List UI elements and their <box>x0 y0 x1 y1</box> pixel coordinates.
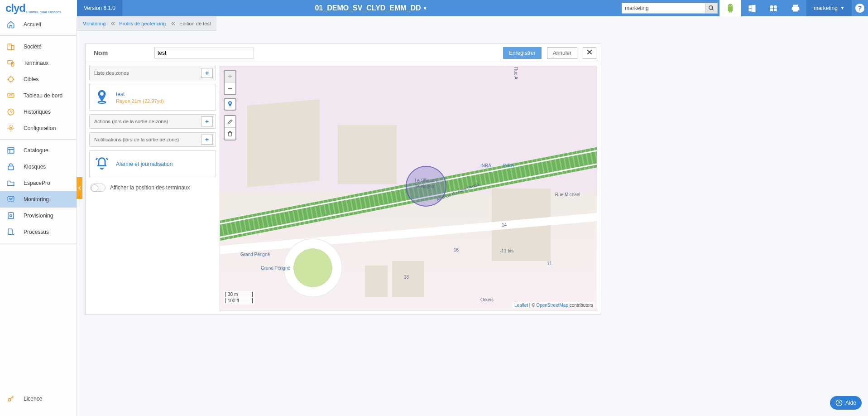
sidebar-item-catalogue[interactable]: Catalogue <box>0 142 77 159</box>
search-input[interactable] <box>622 3 705 14</box>
add-action-button[interactable]: + <box>201 116 213 126</box>
process-icon <box>6 227 15 237</box>
section-title: Liste des zones <box>94 70 129 76</box>
map-building <box>392 261 424 297</box>
search-button[interactable] <box>705 3 718 14</box>
section-title: Notifications (lors de la sortie de zone… <box>94 137 179 142</box>
chevron-down-icon: ▼ <box>840 6 844 10</box>
svg-rect-24 <box>8 197 14 201</box>
svg-point-26 <box>10 215 12 217</box>
sidebar-item-label: Provisioning <box>24 213 53 219</box>
help-label: Aide <box>845 400 856 406</box>
sidebar-item-label: Monitoring <box>24 196 49 203</box>
map-edit-shape-button[interactable] <box>225 116 235 128</box>
help-button[interactable]: ? <box>852 0 868 16</box>
map-edit-control <box>224 115 236 140</box>
sidebar-item-kiosques[interactable]: Kiosques <box>0 159 77 175</box>
actions-section-header: Actions (lors de la sortie de zone) + <box>89 114 216 129</box>
map-place-pin-button[interactable] <box>224 98 236 111</box>
logo: clyd ControL Your Devices <box>0 0 77 16</box>
show-positions-toggle[interactable] <box>90 184 106 192</box>
map-scale: 30 m 100 ft <box>224 291 254 305</box>
breadcrumb: Monitoring Profils de geofencing Edition… <box>77 16 216 31</box>
sidebar-item-cibles[interactable]: Cibles <box>0 71 77 87</box>
platform-windows-legacy-button[interactable] <box>763 0 785 16</box>
platform-windows-button[interactable] <box>741 0 763 16</box>
project-selector[interactable]: 01_DEMO_SV_CLYD_EMM_DD ▼ <box>122 0 620 16</box>
sidebar-item-espacepro[interactable]: EspacePro <box>0 175 77 191</box>
field-label-nom: Nom <box>90 49 149 57</box>
svg-point-2 <box>729 5 729 6</box>
svg-point-3 <box>731 5 732 6</box>
zones-section-header: Liste des zones + <box>89 66 216 80</box>
search-icon <box>708 5 715 11</box>
notification-card[interactable]: Alarme et journalisation <box>89 150 216 177</box>
zone-card[interactable]: test Rayon 21m (22.97yd) <box>89 84 216 111</box>
sidebar-item-societe[interactable]: Société <box>0 39 77 55</box>
breadcrumb-link-profils[interactable]: Profils de geofencing <box>119 21 166 26</box>
notification-label[interactable]: Alarme et journalisation <box>116 161 173 167</box>
nom-input[interactable] <box>154 48 254 58</box>
map-building <box>365 266 388 297</box>
svg-text:?: ? <box>838 401 840 405</box>
building-icon <box>6 42 15 51</box>
zoom-out-button[interactable]: − <box>225 82 235 94</box>
device-icon <box>6 58 15 68</box>
breadcrumb-link-monitoring[interactable]: Monitoring <box>82 21 106 26</box>
help-icon: ? <box>835 399 843 406</box>
windows-legacy-icon <box>769 4 778 13</box>
sidebar-item-label: Historiques <box>24 109 51 115</box>
dashboard-icon <box>6 91 15 100</box>
help-icon: ? <box>855 3 865 13</box>
breadcrumb-current: Edition de test <box>179 21 211 26</box>
bell-icon <box>94 155 110 172</box>
folder-icon <box>6 179 15 188</box>
sidebar-item-accueil[interactable]: Accueil <box>0 16 77 33</box>
version-label: Version 6.1.0 <box>77 0 122 16</box>
close-icon <box>586 49 593 55</box>
sidebar-item-label: Kiosques <box>24 164 46 170</box>
toggle-label: Afficher la position des terminaux <box>110 184 190 191</box>
osm-link[interactable]: OpenStreetMap <box>536 303 568 308</box>
platform-android-button[interactable] <box>719 0 741 16</box>
history-icon <box>6 107 15 116</box>
sidebar-item-historiques[interactable]: Historiques <box>0 104 77 120</box>
cancel-button[interactable]: Annuler <box>547 47 577 59</box>
help-floating-button[interactable]: ? Aide <box>830 396 862 410</box>
sidebar-item-tableau[interactable]: Tableau de bord <box>0 87 77 104</box>
map-building <box>338 125 397 184</box>
sidebar-item-label: Processus <box>24 229 49 235</box>
scale-metric: 30 m <box>225 292 253 297</box>
gear-icon <box>6 124 15 133</box>
svg-point-31 <box>98 102 106 103</box>
add-zone-button[interactable]: + <box>201 68 213 78</box>
zone-name[interactable]: test <box>116 91 164 97</box>
leaflet-link[interactable]: Leaflet <box>514 303 528 308</box>
zoom-in-button[interactable]: + <box>225 71 235 82</box>
svg-rect-25 <box>8 213 14 219</box>
sidebar-item-processus[interactable]: Processus <box>0 224 77 240</box>
map[interactable]: Le Silicium Telelogos Grand Périgné Gran… <box>220 66 597 310</box>
lock-icon <box>6 162 15 171</box>
sidebar-item-provisioning[interactable]: Provisioning <box>0 208 77 224</box>
add-notification-button[interactable]: + <box>201 135 213 145</box>
sidebar-item-terminaux[interactable]: Terminaux <box>0 55 77 71</box>
map-delete-shape-button[interactable] <box>225 128 235 140</box>
svg-point-12 <box>9 77 14 82</box>
close-button[interactable] <box>583 47 596 59</box>
sidebar-item-label: Configuration <box>24 125 56 131</box>
save-button[interactable]: Enregistrer <box>503 47 542 59</box>
pencil-icon <box>227 119 233 125</box>
user-menu[interactable]: marketing ▼ <box>806 0 852 16</box>
monitoring-icon <box>6 195 15 204</box>
breadcrumb-sep-icon <box>109 20 115 26</box>
sidebar-item-monitoring[interactable]: Monitoring <box>0 191 77 208</box>
sidebar-item-configuration[interactable]: Configuration <box>0 120 77 136</box>
target-icon <box>6 75 15 84</box>
print-button[interactable] <box>785 0 806 16</box>
attr-text: contributors <box>568 303 593 308</box>
sidebar-item-licence[interactable]: Licence <box>0 391 77 407</box>
provisioning-icon <box>6 211 15 220</box>
breadcrumb-sep-icon <box>169 20 176 26</box>
svg-rect-27 <box>8 229 12 234</box>
